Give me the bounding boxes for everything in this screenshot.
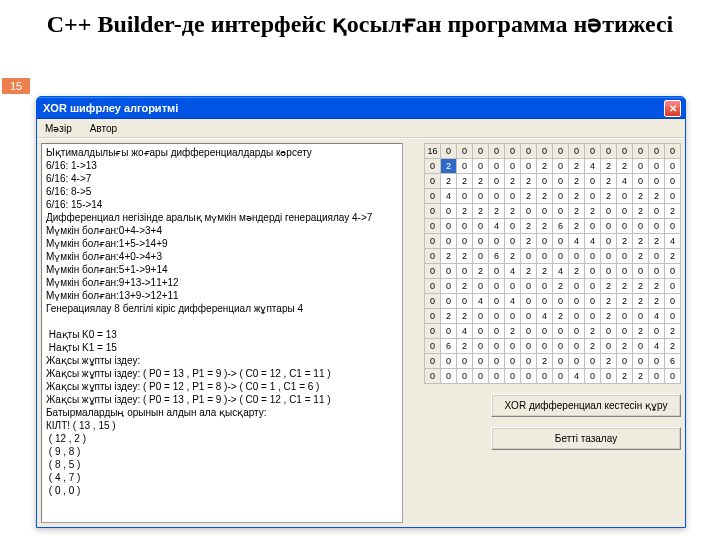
table-cell[interactable]: 0 (505, 354, 521, 369)
table-cell[interactable]: 0 (489, 234, 505, 249)
table-cell[interactable]: 4 (505, 264, 521, 279)
table-cell[interactable]: 4 (665, 234, 681, 249)
table-cell[interactable]: 0 (425, 294, 441, 309)
table-cell[interactable]: 0 (569, 309, 585, 324)
table-cell[interactable]: 2 (569, 204, 585, 219)
table-cell[interactable]: 0 (585, 309, 601, 324)
table-cell[interactable]: 0 (425, 204, 441, 219)
table-cell[interactable]: 2 (649, 234, 665, 249)
table-cell[interactable]: 0 (569, 354, 585, 369)
table-cell[interactable]: 2 (633, 249, 649, 264)
table-cell[interactable]: 0 (665, 369, 681, 384)
table-cell[interactable]: 0 (505, 309, 521, 324)
table-cell[interactable]: 0 (633, 174, 649, 189)
table-cell[interactable]: 4 (441, 189, 457, 204)
table-cell[interactable]: 0 (505, 159, 521, 174)
table-cell[interactable]: 0 (617, 354, 633, 369)
table-cell[interactable]: 2 (617, 234, 633, 249)
table-cell[interactable]: 4 (553, 264, 569, 279)
table-cell[interactable]: 0 (569, 144, 585, 159)
table-cell[interactable]: 0 (521, 294, 537, 309)
table-cell[interactable]: 0 (585, 189, 601, 204)
table-cell[interactable]: 0 (537, 279, 553, 294)
table-cell[interactable]: 2 (665, 204, 681, 219)
table-cell[interactable]: 0 (505, 234, 521, 249)
table-cell[interactable]: 0 (601, 144, 617, 159)
table-cell[interactable]: 2 (537, 159, 553, 174)
table-cell[interactable]: 0 (649, 264, 665, 279)
table-cell[interactable]: 0 (665, 294, 681, 309)
table-cell[interactable]: 2 (441, 309, 457, 324)
table-cell[interactable]: 0 (457, 144, 473, 159)
table-cell[interactable]: 0 (601, 324, 617, 339)
table-cell[interactable]: 0 (425, 159, 441, 174)
table-cell[interactable]: 0 (441, 264, 457, 279)
table-cell[interactable]: 0 (457, 264, 473, 279)
table-cell[interactable]: 0 (553, 144, 569, 159)
table-cell[interactable]: 0 (601, 369, 617, 384)
table-cell[interactable]: 0 (633, 339, 649, 354)
table-cell[interactable]: 2 (537, 219, 553, 234)
table-cell[interactable]: 0 (489, 354, 505, 369)
table-cell[interactable]: 0 (601, 204, 617, 219)
table-cell[interactable]: 4 (569, 234, 585, 249)
table-cell[interactable]: 0 (489, 189, 505, 204)
table-cell[interactable]: 0 (425, 264, 441, 279)
table-cell[interactable]: 4 (473, 294, 489, 309)
clear-page-button[interactable]: Бетті тазалау (491, 427, 681, 450)
table-cell[interactable]: 4 (585, 234, 601, 249)
table-cell[interactable]: 0 (441, 294, 457, 309)
table-cell[interactable]: 2 (617, 294, 633, 309)
table-cell[interactable]: 4 (617, 174, 633, 189)
table-cell[interactable]: 0 (601, 339, 617, 354)
table-cell[interactable]: 0 (441, 219, 457, 234)
table-cell[interactable]: 2 (649, 189, 665, 204)
table-cell[interactable]: 2 (441, 159, 457, 174)
table-cell[interactable]: 0 (601, 234, 617, 249)
table-cell[interactable]: 0 (537, 324, 553, 339)
table-cell[interactable]: 2 (457, 309, 473, 324)
table-cell[interactable]: 2 (665, 324, 681, 339)
table-cell[interactable]: 0 (537, 339, 553, 354)
table-cell[interactable]: 0 (633, 264, 649, 279)
table-cell[interactable]: 2 (649, 279, 665, 294)
table-cell[interactable]: 0 (617, 249, 633, 264)
table-cell[interactable]: 0 (489, 279, 505, 294)
table-cell[interactable]: 2 (473, 204, 489, 219)
table-cell[interactable]: 2 (553, 309, 569, 324)
table-cell[interactable]: 0 (521, 144, 537, 159)
table-cell[interactable]: 0 (441, 234, 457, 249)
table-cell[interactable]: 0 (521, 369, 537, 384)
table-cell[interactable]: 0 (601, 219, 617, 234)
table-cell[interactable]: 0 (665, 219, 681, 234)
table-cell[interactable]: 0 (457, 354, 473, 369)
table-cell[interactable]: 0 (617, 189, 633, 204)
table-cell[interactable]: 2 (601, 309, 617, 324)
table-cell[interactable]: 0 (569, 339, 585, 354)
table-cell[interactable]: 2 (601, 279, 617, 294)
table-cell[interactable]: 2 (665, 249, 681, 264)
table-cell[interactable]: 2 (441, 249, 457, 264)
table-cell[interactable]: 0 (601, 249, 617, 264)
table-cell[interactable]: 0 (553, 174, 569, 189)
table-cell[interactable]: 4 (505, 294, 521, 309)
table-cell[interactable]: 2 (457, 279, 473, 294)
table-cell[interactable]: 0 (553, 339, 569, 354)
table-cell[interactable]: 0 (441, 324, 457, 339)
table-cell[interactable]: 0 (425, 309, 441, 324)
table-cell[interactable]: 0 (649, 324, 665, 339)
table-cell[interactable]: 0 (585, 369, 601, 384)
table-cell[interactable]: 0 (537, 174, 553, 189)
table-cell[interactable]: 16 (425, 144, 441, 159)
table-cell[interactable]: 2 (585, 204, 601, 219)
table-cell[interactable]: 2 (601, 294, 617, 309)
table-cell[interactable]: 0 (585, 354, 601, 369)
table-cell[interactable]: 6 (553, 219, 569, 234)
table-cell[interactable]: 0 (425, 174, 441, 189)
table-cell[interactable]: 0 (537, 249, 553, 264)
table-cell[interactable]: 2 (633, 204, 649, 219)
table-cell[interactable]: 0 (649, 159, 665, 174)
table-cell[interactable]: 2 (633, 279, 649, 294)
table-cell[interactable]: 4 (489, 219, 505, 234)
table-cell[interactable]: 0 (473, 369, 489, 384)
